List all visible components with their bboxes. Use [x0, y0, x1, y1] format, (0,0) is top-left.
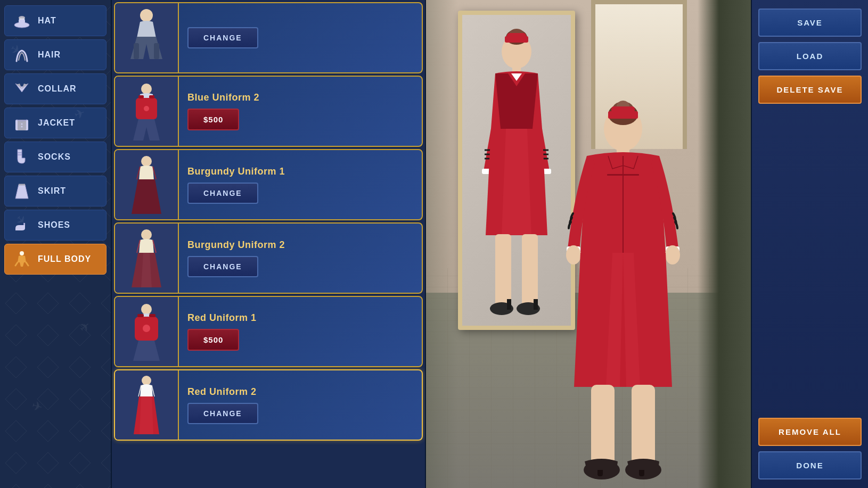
svg-point-23: [144, 106, 149, 111]
svg-point-30: [141, 304, 152, 315]
svg-rect-33: [149, 314, 155, 317]
outfit-card-red-2: Red Uniform 2 CHANGE: [114, 369, 423, 441]
hair-icon: [12, 45, 31, 64]
sidebar-item-shoes[interactable]: Shoes: [4, 210, 107, 241]
svg-point-3: [19, 18, 25, 20]
deco-plane: ✈: [76, 318, 94, 336]
outfit-info-0: CHANGE: [179, 21, 422, 55]
svg-rect-42: [507, 33, 526, 38]
items-panel: CHANGE Blue Uniform 2 $500: [112, 0, 426, 488]
sidebar-item-hat[interactable]: Hat: [4, 5, 107, 36]
svg-point-24: [141, 156, 152, 167]
jacket-label: Jacket: [38, 118, 75, 128]
outfit-card-burgundy-1: Burgundy Uniform 1 CHANGE: [114, 149, 423, 220]
skirt-icon: [12, 181, 31, 201]
change-button-0[interactable]: CHANGE: [187, 27, 258, 48]
outfit-thumbnail-burgundy-2: [115, 224, 179, 293]
svg-rect-17: [134, 43, 139, 59]
full-body-label: Full Body: [38, 254, 91, 264]
outfit-info-red-2: Red Uniform 2 CHANGE: [179, 380, 422, 431]
hat-icon: [12, 11, 31, 30]
price-button-red-1[interactable]: $500: [187, 329, 239, 351]
outfit-info-burgundy-2: Burgundy Uniform 2 CHANGE: [179, 233, 422, 284]
svg-rect-22: [149, 95, 154, 98]
sidebar-item-skirt[interactable]: Skirt: [4, 176, 107, 206]
outfit-card-0: CHANGE: [114, 2, 423, 73]
collar-label: Collar: [38, 84, 77, 94]
collar-icon: [12, 79, 31, 98]
change-button-burgundy-1[interactable]: CHANGE: [187, 183, 258, 204]
svg-point-13: [20, 251, 24, 255]
svg-point-7: [21, 123, 23, 125]
change-button-burgundy-2[interactable]: CHANGE: [187, 256, 258, 277]
shoes-label: Shoes: [38, 220, 70, 230]
svg-rect-63: [611, 106, 635, 113]
skirt-label: Skirt: [38, 186, 66, 196]
outfit-info-blue-2: Blue Uniform 2 $500: [179, 86, 422, 137]
svg-rect-71: [591, 385, 615, 470]
remove-all-button[interactable]: REMOVE ALL: [758, 418, 862, 446]
outfit-name-blue-2: Blue Uniform 2: [187, 92, 259, 103]
outfit-card-blue-2: Blue Uniform 2 $500: [114, 76, 423, 147]
svg-point-8: [21, 126, 23, 128]
outfit-thumbnail-burgundy-1: [115, 150, 179, 219]
svg-point-16: [140, 9, 153, 22]
socks-label: Socks: [38, 152, 71, 162]
svg-rect-52: [495, 234, 511, 309]
outfit-name-red-1: Red Uniform 1: [187, 312, 257, 324]
hair-label: Hair: [38, 50, 61, 60]
done-button[interactable]: DONE: [758, 451, 862, 479]
save-button[interactable]: SAVE: [758, 9, 862, 37]
svg-rect-72: [632, 385, 655, 470]
svg-line-15: [26, 262, 28, 266]
deco-plane: ✈: [30, 398, 45, 415]
outfit-name-red-2: Red Uniform 2: [187, 386, 257, 398]
sidebar-item-socks[interactable]: Socks: [4, 142, 107, 172]
outfit-thumbnail-red-2: [115, 370, 179, 440]
svg-rect-18: [154, 43, 159, 59]
sidebar-item-jacket[interactable]: Jacket: [4, 107, 107, 138]
svg-rect-6: [18, 120, 26, 130]
outfit-info-red-1: Red Uniform 1 $500: [179, 306, 422, 357]
svg-point-19: [141, 84, 152, 94]
svg-line-14: [15, 262, 18, 266]
sidebar-item-collar[interactable]: Collar: [4, 73, 107, 104]
svg-rect-57: [534, 299, 538, 310]
svg-point-35: [142, 376, 151, 385]
hat-label: Hat: [38, 16, 56, 26]
svg-point-27: [141, 229, 152, 240]
shoes-icon: [12, 216, 31, 235]
socks-icon: [12, 147, 31, 167]
svg-rect-56: [507, 299, 511, 310]
svg-rect-21: [138, 95, 144, 98]
svg-point-34: [143, 325, 150, 332]
right-spacer: [758, 109, 862, 412]
outfit-thumbnail-0: [115, 3, 179, 72]
outfit-card-red-1: Red Uniform 1 $500: [114, 296, 423, 367]
svg-point-70: [665, 245, 680, 264]
outfit-name-burgundy-1: Burgundy Uniform 1: [187, 166, 285, 177]
outfit-thumbnail-red-1: [115, 297, 179, 366]
svg-point-69: [566, 245, 581, 264]
preview-area: [426, 0, 751, 488]
load-button[interactable]: LOAD: [758, 42, 862, 70]
right-panel: SAVE LOAD DELETE SAVE REMOVE ALL DONE: [751, 0, 868, 488]
sidebar-item-full-body[interactable]: Full Body: [4, 244, 107, 275]
outfit-thumbnail-blue-2: [115, 77, 179, 146]
svg-rect-66: [607, 174, 639, 176]
sidebar-item-hair[interactable]: Hair: [4, 39, 107, 70]
change-button-red-2[interactable]: CHANGE: [187, 403, 258, 424]
svg-rect-53: [522, 234, 538, 309]
jacket-icon: [12, 113, 31, 133]
outfit-card-burgundy-2: Burgundy Uniform 2 CHANGE: [114, 222, 423, 294]
outfit-name-burgundy-2: Burgundy Uniform 2: [187, 239, 285, 251]
outfit-info-burgundy-1: Burgundy Uniform 1 CHANGE: [179, 160, 422, 210]
price-button-blue-2[interactable]: $500: [187, 109, 239, 130]
svg-rect-32: [137, 314, 144, 317]
full-body-icon: [12, 250, 31, 269]
sidebar: ✈ ✈ ✈ ✈ ✈ Hat Hair: [0, 0, 112, 488]
character-main: [548, 89, 698, 488]
delete-save-button[interactable]: DELETE SAVE: [758, 76, 862, 104]
